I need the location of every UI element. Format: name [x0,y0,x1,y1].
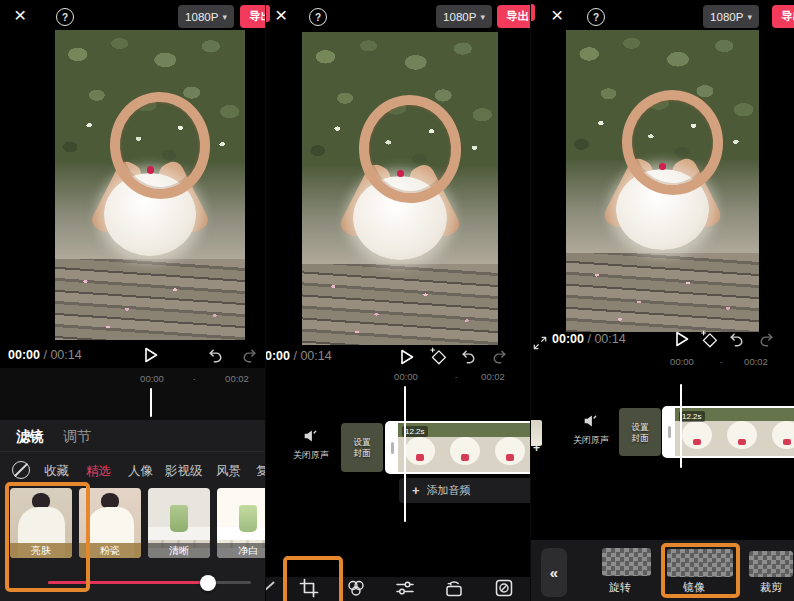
wooden-deck [55,259,245,340]
triple-screenshot-canvas: × ? 1080P ▾ 导出 00:00 / 00:14 [0,0,794,601]
help-icon[interactable]: ? [56,8,74,26]
close-icon[interactable]: × [551,5,563,25]
wooden-deck [302,264,498,345]
help-glyph: ? [315,12,321,23]
play-button[interactable] [396,347,416,367]
export-button[interactable]: 导出 [772,5,794,28]
ruler-tick: 00:00 [394,371,418,382]
undo-icon[interactable] [728,331,746,349]
filter-thumb-fenci[interactable]: 粉瓷 [79,488,141,558]
crop-icon[interactable] [299,578,319,598]
current-time: 00:00 [265,349,290,363]
undo-icon[interactable] [207,347,225,365]
filters-icon[interactable] [346,578,366,598]
playhead[interactable] [680,384,682,468]
category-landscape[interactable]: 风景 [216,463,241,480]
resolution-dropdown[interactable]: 1080P ▾ [178,5,234,28]
resolution-value: 1080P [443,11,476,23]
redo-icon[interactable] [490,348,508,366]
clip-duration-badge: 12.2s [679,411,705,422]
filter-thumb-liangfu[interactable]: 亮肤 [10,488,72,558]
export-button[interactable]: 导出 [497,5,531,28]
playhead[interactable] [404,386,406,522]
ruler-tick: 00:00 [140,373,164,384]
ruler-tick: 00:02 [481,371,505,382]
filter-thumb-label: 亮肤 [10,543,72,558]
redo-icon[interactable] [240,347,258,365]
help-glyph: ? [62,12,68,23]
filter-thumb-jingbai[interactable]: 净白 [217,488,265,558]
resolution-value: 1080P [710,11,743,23]
play-button[interactable] [671,329,691,349]
filter-thumb-label: 清晰 [148,543,210,558]
clip-trim-handle-left[interactable] [387,423,398,472]
video-preview [55,30,245,340]
filter-strength-knob[interactable] [200,575,216,591]
clip-trim-handle-left[interactable] [664,408,675,456]
ruler-tick: 00:02 [744,356,768,367]
add-clip-plus-fragment: + [533,441,540,455]
fullscreen-icon[interactable] [533,336,547,350]
clip-thumbnails: 12.2s [398,423,531,472]
ruler-dot: · [454,371,457,382]
video-frame-scene [55,30,245,340]
video-preview-selected [302,32,498,345]
set-cover-button[interactable]: 设置 封面 [341,423,383,472]
set-cover-button[interactable]: 设置 封面 [619,408,661,456]
speaker-off-icon [582,412,600,430]
category-portrait[interactable]: 人像 [128,463,153,480]
tab-filters[interactable]: 滤镜 [16,428,44,446]
cover-label-line2: 封面 [354,448,371,458]
adjust-icon[interactable] [395,578,415,598]
video-frame-scene [566,30,759,332]
export-button-fragment [531,4,535,21]
total-time: 00:14 [594,332,625,346]
clip-tile [720,408,765,456]
mirror-icon-censored[interactable] [667,549,733,577]
collapse-toolbar-button[interactable]: « [541,548,567,597]
filter-thumb-qingxi[interactable]: 清晰 [148,488,210,558]
add-audio-button[interactable]: + 添加音频 [399,478,531,503]
close-icon[interactable]: × [275,5,287,25]
mute-original-sound-button[interactable]: 关闭原声 [288,427,334,462]
filter-strength-slider[interactable] [48,581,251,584]
time-display: 00:00 / 00:14 [8,348,82,362]
filter-strength-fill [48,581,208,584]
video-preview-selected [566,30,759,332]
play-button[interactable] [140,345,160,365]
tab-adjust[interactable]: 调节 [63,428,91,446]
crop-option-icon-censored[interactable] [749,551,793,577]
chevron-down-icon: ▾ [480,12,485,22]
redo-icon[interactable] [757,331,775,349]
undo-icon[interactable] [460,348,478,366]
double-chevron-left-icon: « [550,564,558,581]
ruler-tick: 00:02 [225,373,249,384]
speaker-off-icon [302,427,320,445]
no-filter-icon[interactable] [12,461,30,479]
export-button[interactable]: 导出 [240,5,265,28]
total-time: 00:14 [50,348,81,362]
mute-original-sound-button[interactable]: 关闭原声 [568,412,614,447]
resolution-dropdown[interactable]: 1080P ▾ [436,5,492,28]
category-favorites[interactable]: 收藏 [44,463,69,480]
category-cinematic[interactable]: 影视级 [165,463,203,480]
category-featured[interactable]: 精选 [86,463,111,480]
category-retro[interactable]: 复古 [256,463,265,480]
close-icon[interactable]: × [14,5,26,25]
keyframe-icon[interactable] [700,330,719,349]
red-nail [147,166,154,173]
blocked-square-icon[interactable] [494,578,514,598]
option-mirror[interactable]: 镜像 [683,580,705,595]
playhead[interactable] [150,388,152,417]
option-crop[interactable]: 裁剪 [760,580,782,595]
rotate-icon-censored[interactable] [602,548,651,576]
chevron-down-icon: ▾ [222,12,227,22]
replace-icon[interactable] [444,578,464,598]
selected-clip[interactable]: 12.2s [385,421,531,474]
help-icon[interactable]: ? [309,8,327,26]
help-icon[interactable]: ? [587,8,605,26]
keyframe-icon[interactable] [429,347,448,366]
option-rotate[interactable]: 旋转 [609,580,631,595]
resolution-dropdown[interactable]: 1080P ▾ [703,5,759,28]
tabs-divider [0,451,265,452]
